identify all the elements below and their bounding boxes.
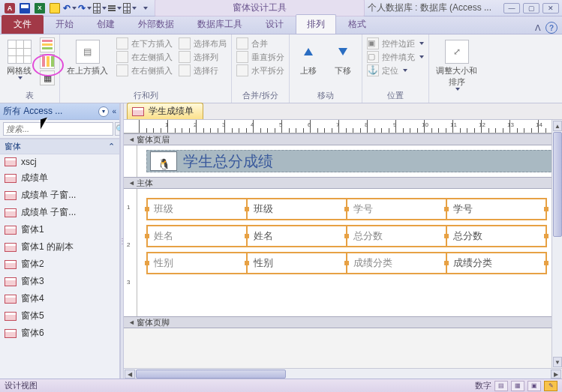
nav-collapse-icon[interactable]: «	[112, 107, 116, 115]
section-bar-detail[interactable]: 主体	[124, 177, 562, 189]
insert-above-button[interactable]: ▤ 在上方插入	[65, 37, 110, 77]
label-gender[interactable]: 性别	[146, 252, 248, 274]
highlight-button[interactable]	[48, 1, 62, 15]
save-button[interactable]	[18, 1, 32, 15]
field-total[interactable]: 总分数	[446, 225, 547, 247]
field-name[interactable]: 姓名	[246, 225, 347, 247]
qat-grid-button[interactable]	[93, 1, 107, 15]
merge-button[interactable]: 合并	[236, 37, 284, 49]
move-down-button[interactable]: 下移	[329, 37, 357, 77]
qat-table-button[interactable]	[123, 1, 137, 15]
help-button[interactable]: ?	[545, 22, 557, 34]
section-bar-header[interactable]: 窗体页眉	[124, 133, 562, 145]
selected-layout-grid[interactable]: 班级 班级 学号 学号 姓名 姓名 总分数 总分数 性别 性别 成绩分类	[146, 198, 547, 274]
status-bar: 设计视图 数字 ▤ ▦ ▣ ✎	[0, 379, 562, 392]
nav-item-form2[interactable]: 窗体2	[0, 256, 119, 273]
navigation-header[interactable]: 所有 Access ... ▾ «	[0, 103, 119, 120]
select-column-button[interactable]: 选择列	[179, 51, 227, 63]
gridlines-button[interactable]: 网格线	[5, 37, 34, 80]
chevron-up-icon: ⌃	[108, 142, 115, 151]
label-name[interactable]: 姓名	[146, 225, 248, 247]
control-padding-button[interactable]: ▢控件填充	[367, 51, 424, 63]
undo-button[interactable]: ↶	[63, 1, 77, 15]
maximize-button[interactable]: ▢	[523, 3, 539, 13]
nav-dropdown-icon[interactable]: ▾	[98, 106, 109, 117]
redo-icon: ↷	[78, 3, 86, 13]
insert-below-button[interactable]: 在下方插入	[116, 37, 173, 49]
nav-item-form1[interactable]: 窗体1	[0, 221, 119, 238]
nav-item-form5[interactable]: 窗体5	[0, 307, 119, 325]
view-design-button[interactable]: ✎	[544, 381, 557, 391]
vsplit-button[interactable]: 垂直拆分	[236, 51, 284, 63]
tab-dbtools[interactable]: 数据库工具	[186, 14, 254, 34]
file-tab[interactable]: 文件	[2, 15, 44, 34]
label-studentno[interactable]: 学号	[346, 198, 447, 220]
nav-item-label: 窗体1 的副本	[21, 241, 74, 253]
search-input[interactable]	[3, 122, 113, 136]
move-down-label: 下移	[335, 65, 351, 76]
horizontal-scrollbar[interactable]: ◀ ▶	[124, 368, 562, 379]
nav-item-form3[interactable]: 窗体3	[0, 273, 119, 290]
insert-below-label: 在下方插入	[131, 38, 173, 49]
select-row-button[interactable]: 选择行	[179, 64, 227, 76]
tab-format[interactable]: 格式	[337, 14, 377, 34]
label-total[interactable]: 总分数	[346, 225, 447, 247]
size-order-button[interactable]: ⤢ 调整大小和 排序	[434, 37, 479, 91]
tab-home[interactable]: 开始	[44, 14, 85, 34]
remove-layout-button[interactable]: ▦	[40, 70, 55, 85]
collapse-ribbon-button[interactable]: ᐱ	[535, 23, 541, 33]
field-scoretype[interactable]: 成绩分类	[446, 252, 547, 274]
tab-arrange[interactable]: 排列	[296, 14, 336, 34]
tab-design[interactable]: 设计	[254, 14, 295, 34]
app-icon[interactable]: A	[3, 1, 17, 15]
form-title-control[interactable]: 学生总分成绩	[146, 150, 554, 172]
move-up-icon	[296, 40, 320, 64]
scroll-up-button[interactable]: ▲	[553, 121, 562, 131]
nav-item-cjd[interactable]: 成绩单	[0, 169, 119, 187]
vertical-ruler[interactable]: 1 2 3	[124, 189, 137, 316]
nav-group-forms[interactable]: 窗体 ⌃	[0, 139, 119, 154]
label-scoretype[interactable]: 成绩分类	[346, 252, 447, 274]
horizontal-ruler[interactable]: 1234567891011121314	[124, 120, 562, 133]
scroll-thumb[interactable]	[553, 132, 562, 237]
insert-above-icon: ▤	[76, 40, 100, 64]
vertical-scrollbar[interactable]: ▲ ▼	[551, 120, 562, 368]
scroll-left-button[interactable]: ◀	[125, 370, 135, 379]
nav-item-form6[interactable]: 窗体6	[0, 325, 119, 342]
redo-button[interactable]: ↷	[78, 1, 92, 15]
qat-customize[interactable]	[138, 1, 152, 15]
minimize-button[interactable]: —	[503, 3, 520, 13]
document-tab-active[interactable]: 学生成绩单	[127, 103, 203, 119]
tabular-layout-button[interactable]	[40, 54, 55, 69]
anchor-button[interactable]: ⚓定位	[367, 64, 424, 76]
nav-item-cjd-sub2[interactable]: 成绩单 子窗...	[0, 204, 119, 221]
vertical-ruler[interactable]	[124, 145, 137, 177]
nav-item-form4[interactable]: 窗体4	[0, 290, 119, 307]
field-class[interactable]: 班级	[246, 198, 347, 220]
hsplit-button[interactable]: 水平拆分	[236, 64, 284, 76]
stacked-layout-button[interactable]	[40, 37, 55, 52]
tab-create[interactable]: 创建	[86, 14, 126, 34]
insert-left-button[interactable]: 在左侧插入	[116, 51, 173, 63]
view-form-button[interactable]: ▤	[494, 381, 508, 391]
scroll-down-button[interactable]: ▼	[553, 357, 562, 367]
view-datasheet-button[interactable]: ▦	[511, 381, 524, 391]
field-gender[interactable]: 性别	[246, 252, 347, 274]
scroll-right-button[interactable]: ▶	[551, 370, 561, 379]
view-layout-button[interactable]: ▣	[527, 381, 541, 391]
qat-list-button[interactable]	[108, 1, 122, 15]
select-layout-button[interactable]: 选择布局	[179, 37, 227, 49]
nav-item-form1-copy[interactable]: 窗体1 的副本	[0, 238, 119, 256]
close-button[interactable]: ✕	[542, 3, 559, 13]
control-margin-button[interactable]: ▣控件边距	[367, 37, 424, 49]
section-bar-footer[interactable]: 窗体页脚	[124, 316, 562, 328]
nav-item-xscj[interactable]: xscj	[0, 154, 119, 169]
insert-right-button[interactable]: 在右侧插入	[116, 64, 173, 76]
scroll-thumb[interactable]	[136, 370, 286, 379]
tab-external[interactable]: 外部数据	[127, 14, 185, 34]
label-class[interactable]: 班级	[146, 198, 248, 220]
export-excel-button[interactable]: X	[33, 1, 47, 15]
field-studentno[interactable]: 学号	[446, 198, 547, 220]
move-up-button[interactable]: 上移	[294, 37, 323, 77]
nav-item-cjd-sub1[interactable]: 成绩单 子窗...	[0, 187, 119, 204]
